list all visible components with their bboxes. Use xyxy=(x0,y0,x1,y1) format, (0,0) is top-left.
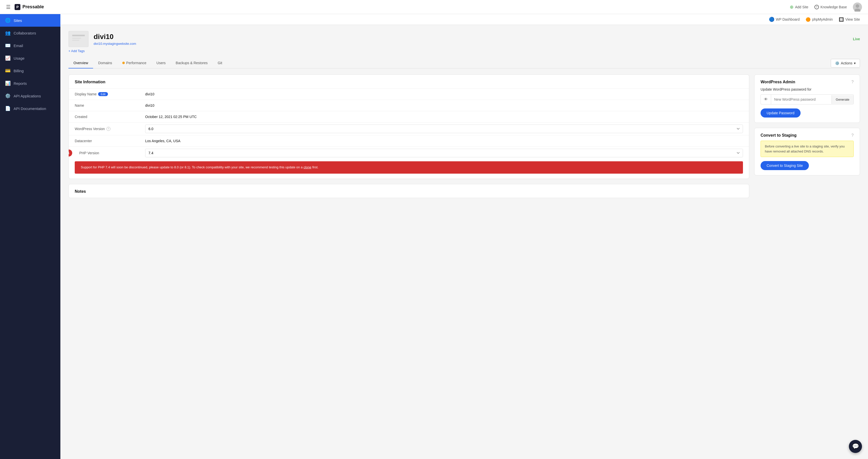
sidebar-item-api-documentation[interactable]: 📄 API Documentation xyxy=(0,102,60,115)
datacenter-value: Los Angeles, CA, USA xyxy=(139,135,749,147)
site-title: divi10 xyxy=(94,33,848,41)
tab-domains[interactable]: Domains xyxy=(93,58,117,68)
info-row-name: Name divi10 xyxy=(69,100,749,111)
info-row-display-name: Display Name Edit divi10 xyxy=(69,88,749,100)
convert-staging-help-icon[interactable]: ? xyxy=(851,133,854,137)
tab-git[interactable]: Git xyxy=(213,58,227,68)
sidebar-item-reports[interactable]: 📊 Reports xyxy=(0,77,60,90)
add-site-button[interactable]: ⊕ Add Site xyxy=(790,4,808,10)
edit-display-name-button[interactable]: Edit xyxy=(98,92,108,96)
avatar[interactable] xyxy=(853,2,862,11)
convert-staging-title-row: Convert to Staging ? xyxy=(761,133,854,137)
site-thumbnail xyxy=(68,31,89,47)
site-title-area: divi10 divi10.mystagingwebsite.com xyxy=(94,33,848,45)
convert-staging-card: Convert to Staging ? Before converting a… xyxy=(754,128,860,175)
info-row-wp-version: WordPress Version ? 6.0 xyxy=(69,122,749,135)
convert-staging-title: Convert to Staging xyxy=(761,133,797,137)
wp-version-select[interactable]: 6.0 xyxy=(145,125,743,133)
sidebar-label-billing: Billing xyxy=(13,69,24,73)
chat-bubble-button[interactable]: 💬 xyxy=(849,440,862,453)
info-row-created: Created October 12, 2021 02:25 PM UTC xyxy=(69,111,749,122)
phpmyadmin-icon: 🟠 xyxy=(806,17,811,22)
tab-users[interactable]: Users xyxy=(151,58,171,68)
sidebar-item-api-applications[interactable]: ⚙️ API Applications xyxy=(0,90,60,102)
created-label: Created xyxy=(69,111,139,122)
external-link-icon: 🔲 xyxy=(839,17,844,22)
logo-box: P xyxy=(14,4,20,10)
datacenter-label: Datacenter xyxy=(69,135,139,147)
left-column: Site Information Display Name Edit divi1… xyxy=(68,74,749,203)
php-warning-banner: Support for PHP 7.4 will soon be discont… xyxy=(75,161,743,174)
view-site-label: View Site xyxy=(845,18,860,21)
wp-version-label: WordPress Version ? xyxy=(69,123,139,135)
sidebar-item-usage[interactable]: 📈 Usage xyxy=(0,52,60,64)
wp-version-help-icon[interactable]: ? xyxy=(106,127,111,131)
actions-button[interactable]: ⚙️ Actions ▾ xyxy=(831,59,860,67)
php-version-label: 1 PHP Version xyxy=(69,147,139,159)
new-password-input[interactable] xyxy=(771,95,832,104)
api-applications-icon: ⚙️ xyxy=(5,93,10,99)
name-value: divi10 xyxy=(139,100,749,111)
sidebar-item-email[interactable]: ✉️ Email xyxy=(0,39,60,52)
sidebar-label-sites: Sites xyxy=(13,19,22,23)
plus-icon: ⊕ xyxy=(790,4,794,10)
view-site-button[interactable]: 🔲 View Site xyxy=(839,17,860,22)
logo: P Pressable xyxy=(14,4,44,10)
update-password-button[interactable]: Update Password xyxy=(761,109,801,118)
generate-password-button[interactable]: Generate xyxy=(832,95,854,104)
svg-rect-5 xyxy=(72,38,81,39)
billing-icon: 💳 xyxy=(5,68,10,73)
tab-overview[interactable]: Overview xyxy=(68,58,93,68)
sidebar-item-sites[interactable]: 🌐 Sites xyxy=(0,14,60,27)
site-page: divi10 divi10.mystagingwebsite.com Live … xyxy=(60,25,868,209)
sidebar-item-billing[interactable]: 💳 Billing xyxy=(0,64,60,77)
phpmyadmin-label: phpMyAdmin xyxy=(812,18,833,21)
info-row-php-version: 1 PHP Version 7.4 xyxy=(69,147,749,159)
php-version-select[interactable]: 7.4 xyxy=(145,149,743,157)
svg-rect-4 xyxy=(72,35,85,36)
sites-icon: 🌐 xyxy=(5,18,10,23)
svg-rect-3 xyxy=(71,33,86,45)
chat-icon: 💬 xyxy=(852,443,859,450)
email-icon: ✉️ xyxy=(5,43,10,48)
sidebar-label-email: Email xyxy=(13,43,23,48)
add-tags-button[interactable]: + Add Tags xyxy=(68,49,860,53)
clone-link[interactable]: clone xyxy=(303,165,311,169)
knowledge-base-button[interactable]: ? Knowledge Base xyxy=(814,5,847,9)
show-password-icon[interactable]: 👁 xyxy=(761,95,771,104)
tab-domains-label: Domains xyxy=(98,61,112,65)
api-documentation-icon: 📄 xyxy=(5,106,10,111)
tab-performance[interactable]: Performance xyxy=(117,58,151,68)
header-left: ☰ P Pressable xyxy=(6,4,44,10)
collaborators-icon: 👥 xyxy=(5,30,10,36)
actions-label: Actions xyxy=(841,61,852,65)
wordpress-icon: 🔵 xyxy=(769,17,774,22)
tab-backups-label: Backups & Restores xyxy=(176,61,208,65)
name-label: Name xyxy=(69,100,139,111)
display-name-value: divi10 xyxy=(139,89,749,100)
sidebar-item-collaborators[interactable]: 👥 Collaborators xyxy=(0,27,60,39)
hamburger-icon[interactable]: ☰ xyxy=(6,4,10,10)
live-status-badge: Live xyxy=(853,37,860,41)
created-value: October 12, 2021 02:25 PM UTC xyxy=(139,111,749,122)
wp-version-select-wrapper: 6.0 xyxy=(139,123,749,135)
php-warning-text-end: first. xyxy=(311,165,318,169)
site-information-card: Site Information Display Name Edit divi1… xyxy=(68,74,749,179)
wp-admin-description: Update WordPress password for xyxy=(761,87,854,91)
php-warning-badge: 1 xyxy=(68,150,72,156)
two-column-layout: Site Information Display Name Edit divi1… xyxy=(68,74,860,203)
tab-users-label: Users xyxy=(156,61,166,65)
phpmyadmin-button[interactable]: 🟠 phpMyAdmin xyxy=(806,17,833,22)
convert-staging-warning: Before converting a live site to a stagi… xyxy=(761,141,854,157)
site-header: divi10 divi10.mystagingwebsite.com Live xyxy=(68,31,860,47)
wp-admin-help-icon[interactable]: ? xyxy=(851,80,854,84)
notes-title: Notes xyxy=(69,184,749,198)
main-content: 🔵 WP Dashboard 🟠 phpMyAdmin 🔲 View Site … xyxy=(60,14,868,459)
tabs-left: Overview Domains Performance Users Backu… xyxy=(68,58,227,68)
wp-admin-title-row: WordPress Admin ? xyxy=(761,80,854,84)
wp-admin-card: WordPress Admin ? Update WordPress passw… xyxy=(754,74,860,123)
tab-backups[interactable]: Backups & Restores xyxy=(170,58,213,68)
convert-to-staging-button[interactable]: Convert to Staging Site xyxy=(761,161,809,170)
wp-dashboard-button[interactable]: 🔵 WP Dashboard xyxy=(769,17,800,22)
site-information-title: Site Information xyxy=(69,75,749,88)
